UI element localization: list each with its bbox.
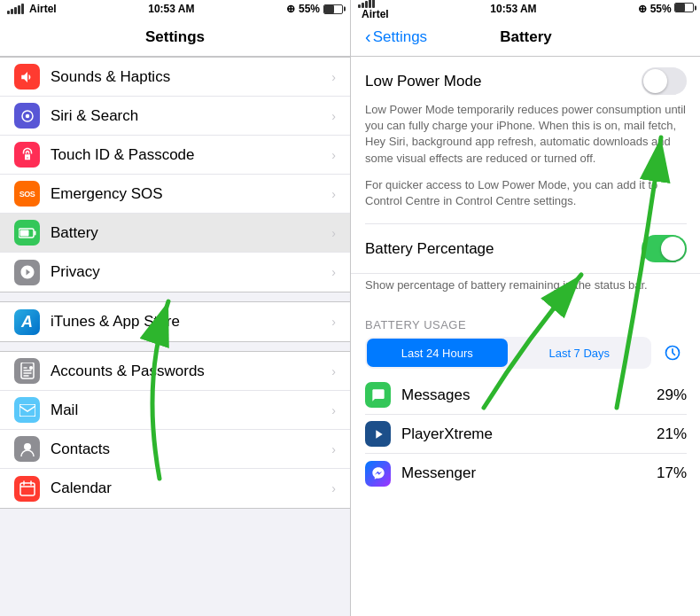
accounts-chevron: › <box>331 364 336 378</box>
tab-7days[interactable]: Last 7 Days <box>509 339 650 367</box>
settings-item-touchid[interactable]: Touch ID & Passcode › <box>0 136 350 175</box>
battery-percentage-label: Battery Percentage <box>365 240 494 258</box>
contacts-icon <box>14 436 40 462</box>
svg-rect-3 <box>34 230 35 235</box>
app-usage-messages[interactable]: Messages 29% <box>365 376 687 415</box>
left-battery-pct: 55% <box>299 3 320 15</box>
siri-chevron: › <box>331 109 336 123</box>
wifi-icon: ⊕ <box>286 3 295 15</box>
calendar-label: Calendar <box>51 480 331 497</box>
svg-point-8 <box>24 443 31 450</box>
settings-item-contacts[interactable]: Contacts › <box>0 430 350 469</box>
right-time: 10:53 AM <box>490 3 536 15</box>
mail-label: Mail <box>51 402 331 419</box>
sounds-chevron: › <box>331 70 336 84</box>
calendar-icon <box>14 476 40 502</box>
battery-content: Low Power Mode Low Power Mode temporaril… <box>351 57 700 616</box>
accounts-icon <box>14 358 40 384</box>
messenger-app-name: Messenger <box>401 464 657 482</box>
settings-item-siri[interactable]: Siri & Search › <box>0 97 350 136</box>
settings-group-3: Accounts & Passwords › Mail › <box>0 351 350 509</box>
left-nav-bar: Settings <box>0 18 350 57</box>
low-power-toggle[interactable] <box>642 67 687 95</box>
messages-app-icon <box>365 382 391 408</box>
battery-page-title: Battery <box>500 28 552 46</box>
settings-group-1: Sounds & Haptics › Siri & Search › <box>0 57 350 292</box>
battery-percentage-toggle[interactable] <box>642 235 687 262</box>
settings-item-calendar[interactable]: Calendar › <box>0 469 350 508</box>
left-carrier: Airtel <box>7 3 57 15</box>
right-status-bar: Airtel 10:53 AM ⊕ 55% <box>351 0 700 18</box>
privacy-chevron: › <box>331 265 336 279</box>
playerxtreme-app-name: PlayerXtreme <box>401 425 657 443</box>
svg-rect-4 <box>19 230 28 236</box>
right-panel: Airtel 10:53 AM ⊕ 55% ‹ Settings Battery <box>351 0 700 616</box>
battery-label: Battery <box>51 224 331 242</box>
battery-chevron: › <box>331 226 336 240</box>
playerxtreme-app-pct: 21% <box>657 425 687 443</box>
low-power-description-1: Low Power Mode temporarily reduces power… <box>351 102 700 177</box>
back-chevron-icon: ‹ <box>365 27 371 47</box>
mail-chevron: › <box>331 403 336 417</box>
usage-tabs-row: Last 24 Hours Last 7 Days <box>351 337 700 376</box>
touchid-label: Touch ID & Passcode <box>51 146 331 164</box>
settings-item-itunes[interactable]: A iTunes & App Store › <box>0 302 350 341</box>
app-usage-messenger[interactable]: Messenger 17% <box>365 454 687 493</box>
left-title: Settings <box>145 28 205 46</box>
settings-item-privacy[interactable]: Privacy › <box>0 253 350 292</box>
toggle-knob <box>643 69 667 93</box>
tab-24hours[interactable]: Last 24 Hours <box>367 339 508 367</box>
playerxtreme-app-icon <box>365 421 391 447</box>
left-time: 10:53 AM <box>148 3 194 15</box>
messages-app-name: Messages <box>401 386 657 404</box>
mail-icon <box>14 397 40 423</box>
contacts-label: Contacts <box>51 441 331 458</box>
back-label: Settings <box>373 28 427 46</box>
calendar-chevron: › <box>331 481 336 495</box>
privacy-icon <box>14 260 40 285</box>
settings-item-mail[interactable]: Mail › <box>0 391 350 430</box>
battery-usage-label: BATTERY USAGE <box>351 304 700 337</box>
accounts-label: Accounts & Passwords <box>51 363 331 380</box>
right-nav-bar: ‹ Settings Battery <box>351 18 700 57</box>
siri-icon <box>14 103 40 129</box>
low-power-description-2: For quicker access to Low Power Mode, yo… <box>351 177 700 223</box>
battery-percentage-description: Show percentage of battery remaining in … <box>351 274 700 304</box>
messenger-app-icon <box>365 461 391 487</box>
sos-chevron: › <box>331 187 336 201</box>
app-usage-playerxtreme[interactable]: PlayerXtreme 21% <box>365 415 687 454</box>
app-usage-list: Messages 29% PlayerXtreme 21% <box>351 376 700 493</box>
battery-percentage-row: Battery Percentage <box>351 224 700 274</box>
settings-item-battery[interactable]: Battery › <box>0 214 350 253</box>
settings-group-2: A iTunes & App Store › <box>0 301 350 342</box>
svg-rect-7 <box>19 404 35 417</box>
left-panel: Airtel 10:53 AM ⊕ 55% Settings <box>0 0 350 616</box>
sos-label: Emergency SOS <box>51 185 331 203</box>
svg-point-1 <box>25 113 29 118</box>
itunes-label: iTunes & App Store <box>51 313 331 331</box>
left-battery-icon <box>323 4 343 14</box>
clock-icon-button[interactable] <box>658 339 687 367</box>
settings-item-accounts[interactable]: Accounts & Passwords › <box>0 352 350 391</box>
settings-item-sounds[interactable]: Sounds & Haptics › <box>0 58 350 97</box>
privacy-label: Privacy <box>51 263 331 281</box>
sos-icon: SOS <box>14 181 40 207</box>
svg-rect-9 <box>20 483 35 495</box>
low-power-row: Low Power Mode <box>351 57 700 102</box>
low-power-label: Low Power Mode <box>365 73 481 90</box>
sounds-icon <box>14 64 40 90</box>
contacts-chevron: › <box>331 442 336 456</box>
itunes-chevron: › <box>331 315 336 329</box>
messenger-app-pct: 17% <box>657 464 687 482</box>
back-button[interactable]: ‹ Settings <box>365 27 427 47</box>
touchid-chevron: › <box>331 148 336 162</box>
sounds-label: Sounds & Haptics <box>51 68 331 86</box>
svg-point-6 <box>29 366 33 370</box>
settings-list: Sounds & Haptics › Siri & Search › <box>0 57 350 616</box>
itunes-icon: A <box>14 309 40 335</box>
right-battery-pct: 55% <box>650 3 672 15</box>
usage-tabs-container: Last 24 Hours Last 7 Days <box>365 337 651 369</box>
battery-settings-icon <box>14 220 40 246</box>
settings-item-sos[interactable]: SOS Emergency SOS › <box>0 175 350 214</box>
messages-app-pct: 29% <box>657 386 687 404</box>
